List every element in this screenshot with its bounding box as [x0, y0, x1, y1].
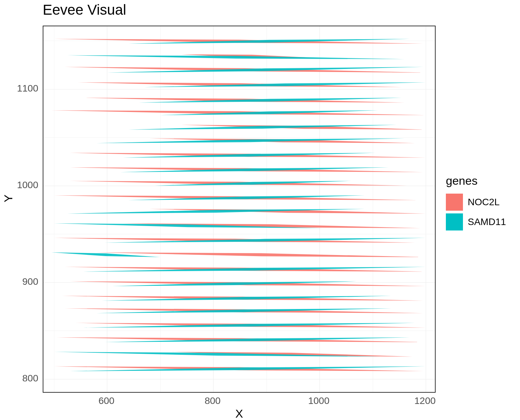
chart-container: Eevee Visual 60080010001200 800900100011…	[0, 0, 520, 420]
y-tick-label: 1000	[17, 180, 38, 191]
legend-item: NOC2L	[446, 194, 506, 211]
y-axis-title: Y	[2, 195, 15, 202]
plot-title: Eevee Visual	[43, 2, 126, 18]
streak-layer	[43, 26, 436, 393]
legend-label: NOC2L	[468, 197, 500, 208]
legend-title: genes	[446, 174, 506, 187]
legend-key-swatch	[446, 213, 463, 230]
data-streak	[67, 55, 405, 59]
x-tick-label: 1000	[308, 395, 329, 406]
legend: genes NOC2LSAMD11	[446, 174, 506, 233]
y-tick-label: 900	[22, 276, 38, 287]
legend-item: SAMD11	[446, 213, 506, 230]
x-axis-title: X	[235, 407, 243, 420]
x-tick-label: 1200	[414, 395, 436, 406]
plot-panel	[43, 26, 436, 393]
x-tick-label: 600	[98, 395, 114, 406]
x-tick-label: 800	[205, 395, 221, 406]
legend-key-swatch	[446, 194, 463, 211]
y-tick-label: 800	[22, 373, 38, 384]
legend-items: NOC2LSAMD11	[446, 194, 506, 230]
legend-label: SAMD11	[468, 216, 506, 227]
y-tick-label: 1100	[17, 83, 38, 94]
